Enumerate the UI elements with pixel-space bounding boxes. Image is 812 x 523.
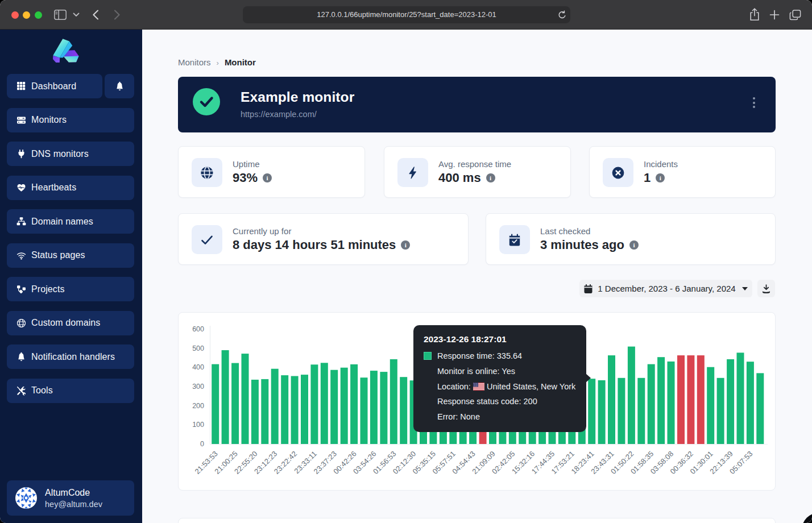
svg-text:500: 500	[192, 344, 204, 352]
svg-text:200: 200	[192, 402, 204, 410]
svg-text:0: 0	[200, 440, 204, 448]
svg-text:100: 100	[192, 421, 204, 429]
svg-text:600: 600	[192, 325, 204, 333]
svg-text:400: 400	[192, 363, 204, 371]
svg-text:300: 300	[192, 383, 204, 391]
